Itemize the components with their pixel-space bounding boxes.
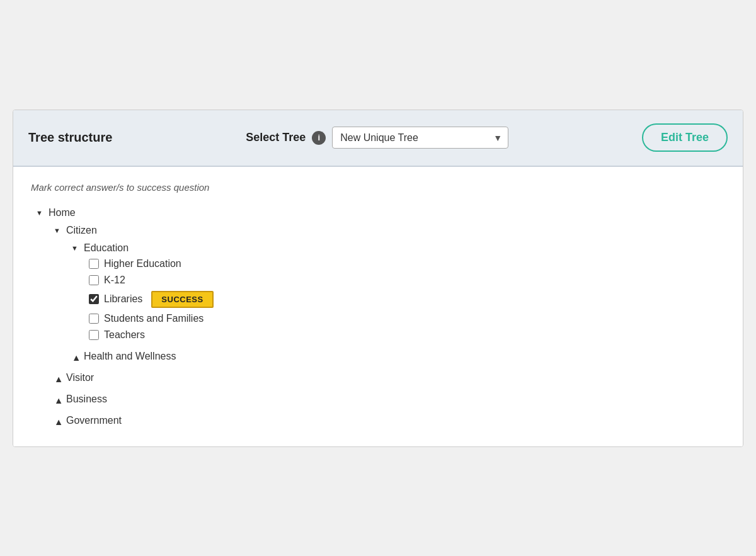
page-title: Tree structure bbox=[28, 130, 112, 145]
info-icon[interactable]: i bbox=[312, 131, 326, 145]
business-arrow-icon: ▶ bbox=[54, 395, 62, 404]
tree-node-citizen: ▼ Citizen ▼ Education bbox=[54, 223, 725, 365]
home-toggle[interactable]: ▼ Home bbox=[36, 205, 725, 220]
citizen-arrow-icon: ▼ bbox=[54, 227, 62, 234]
visitor-arrow-icon: ▶ bbox=[54, 373, 62, 382]
education-children: Higher Education K-12 bbox=[71, 256, 725, 343]
health-wellness-label: Health and Wellness bbox=[84, 351, 176, 362]
business-toggle[interactable]: ▶ Business bbox=[54, 391, 725, 407]
tree-node-visitor: ▶ Visitor bbox=[54, 370, 725, 386]
content-area: Mark correct answer/s to success questio… bbox=[13, 167, 743, 446]
health-wellness-arrow-icon: ▶ bbox=[72, 352, 80, 361]
main-container: Tree structure Select Tree i New Unique … bbox=[13, 110, 743, 447]
education-arrow-icon: ▼ bbox=[71, 244, 80, 252]
header: Tree structure Select Tree i New Unique … bbox=[13, 110, 743, 167]
tree-node-home: ▼ Home ▼ Citizen bbox=[36, 205, 725, 429]
list-item: K-12 bbox=[89, 272, 725, 288]
libraries-checkbox[interactable] bbox=[89, 294, 99, 304]
business-label: Business bbox=[66, 394, 107, 405]
government-label: Government bbox=[66, 415, 122, 426]
list-item: Libraries SUCCESS bbox=[89, 288, 725, 310]
tree-node-health-wellness: ▶ Health and Wellness bbox=[71, 348, 725, 365]
tree-node-business: ▶ Business bbox=[54, 391, 725, 407]
edit-tree-button[interactable]: Edit Tree bbox=[642, 123, 728, 152]
visitor-toggle[interactable]: ▶ Visitor bbox=[54, 370, 725, 386]
citizen-children: ▼ Education Higher Education bbox=[54, 241, 725, 365]
list-item: Teachers bbox=[89, 327, 725, 343]
list-item: Students and Families bbox=[89, 310, 725, 327]
visitor-label: Visitor bbox=[66, 372, 94, 383]
health-wellness-toggle[interactable]: ▶ Health and Wellness bbox=[71, 348, 725, 365]
home-arrow-icon: ▼ bbox=[36, 209, 45, 217]
higher-education-label: Higher Education bbox=[104, 258, 181, 269]
home-label: Home bbox=[49, 207, 76, 218]
students-families-checkbox[interactable] bbox=[89, 314, 99, 324]
select-tree-section: Select Tree i New Unique Tree ▼ bbox=[112, 127, 642, 149]
education-label: Education bbox=[84, 242, 129, 254]
select-tree-label: Select Tree bbox=[246, 131, 306, 144]
government-toggle[interactable]: ▶ Government bbox=[54, 412, 725, 429]
tree-select-wrapper: New Unique Tree ▼ bbox=[332, 127, 508, 149]
success-badge: SUCCESS bbox=[151, 291, 213, 308]
tree-select[interactable]: New Unique Tree bbox=[332, 127, 508, 149]
students-families-label: Students and Families bbox=[104, 313, 203, 324]
tree-structure: ▼ Home ▼ Citizen bbox=[31, 205, 725, 429]
government-arrow-icon: ▶ bbox=[54, 416, 62, 425]
tree-node-government: ▶ Government bbox=[54, 412, 725, 429]
education-toggle[interactable]: ▼ Education bbox=[71, 241, 725, 256]
teachers-checkbox[interactable] bbox=[89, 330, 99, 340]
libraries-label: Libraries bbox=[104, 293, 142, 305]
k12-label: K-12 bbox=[104, 275, 125, 286]
instruction-text: Mark correct answer/s to success questio… bbox=[31, 182, 725, 193]
citizen-toggle[interactable]: ▼ Citizen bbox=[54, 223, 725, 238]
list-item: Higher Education bbox=[89, 256, 725, 272]
higher-education-checkbox[interactable] bbox=[89, 259, 99, 269]
citizen-label: Citizen bbox=[66, 225, 97, 236]
teachers-label: Teachers bbox=[104, 329, 145, 341]
tree-node-education: ▼ Education Higher Education bbox=[71, 241, 725, 343]
k12-checkbox[interactable] bbox=[89, 275, 99, 285]
home-children: ▼ Citizen ▼ Education bbox=[36, 223, 725, 429]
header-right: Edit Tree bbox=[642, 123, 728, 152]
